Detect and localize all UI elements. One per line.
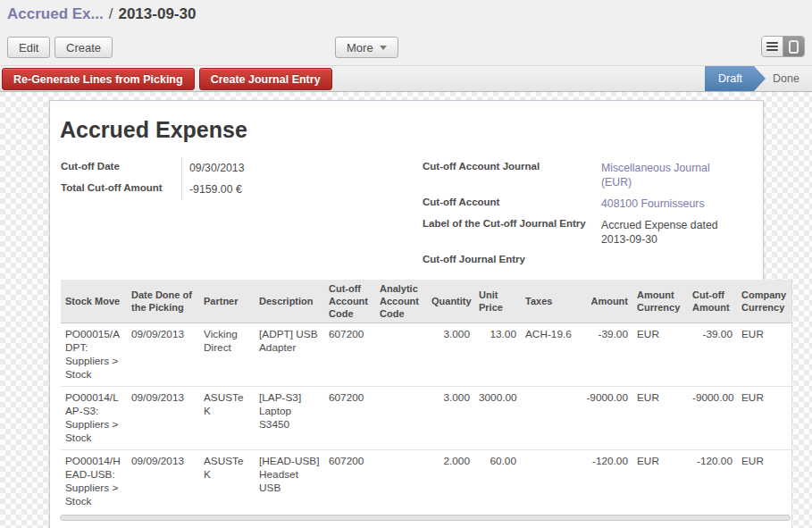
cell-quantity[interactable]: 3.000 [427,387,474,450]
more-button-label: More [347,41,373,54]
regenerate-lines-button[interactable]: Re-Generate Lines from Picking [2,68,195,90]
list-icon [766,40,778,53]
col-header-amount: Amount [576,280,632,323]
more-button[interactable]: More [335,37,398,58]
cell-description[interactable]: [LAP-S3] Laptop S3450 [255,387,324,450]
cell-description[interactable]: [HEAD-USB] Headset USB [255,450,324,514]
cell-cutoff-account-code[interactable]: 607200 [324,450,375,514]
cell-cutoff-amount[interactable]: -120.00 [688,450,737,514]
cell-description[interactable]: [ADPT] USB Adapter [255,323,324,387]
field-label-total-cutoff-amount: Total Cut-off Amount [61,179,181,200]
table-row[interactable]: PO00014/LAP-S3: Suppliers > Stock 09/09/… [61,387,791,450]
cell-date-done[interactable]: 09/09/2013 [127,323,199,387]
field-row: Label of the Cut-off Journal Entry Accru… [423,214,762,250]
col-header-partner: Partner [199,280,255,323]
field-group-right: Cut-off Account Journal Miscellaneous Jo… [423,157,762,271]
col-header-company-currency: Company Currency [737,280,791,323]
breadcrumb: Accrued Ex.../2013-09-30 [7,5,196,23]
table-header-row: Stock Move Date Done of the Picking Part… [61,280,791,323]
cell-taxes[interactable]: ACH-19.6 [521,323,576,387]
cell-partner[interactable]: Vicking Direct [199,323,255,387]
cell-analytic-account-code[interactable] [375,387,427,450]
cell-cutoff-account-code[interactable]: 607200 [324,387,375,450]
list-view-button[interactable] [762,37,783,56]
field-row: Cut-off Account 408100 Fournisseurs [423,193,762,214]
cell-unit-price[interactable]: 13.00 [474,323,521,387]
field-value-cutoff-account-journal[interactable]: Miscellaneous Journal (EUR) [601,157,735,193]
action-buttons: Re-Generate Lines from Picking Create Jo… [2,68,332,90]
field-value-total-cutoff-amount: -9159.00 € [181,179,369,200]
cell-quantity[interactable]: 2.000 [427,450,474,514]
statusbar: Draft Done [705,66,807,91]
field-row: Cut-off Date 09/30/2013 [61,157,369,179]
cell-cutoff-amount[interactable]: -39.00 [688,323,737,387]
col-header-amount-currency: Amount Currency [632,280,688,323]
cell-amount-currency[interactable]: EUR [632,323,688,387]
field-value-cutoff-date: 09/30/2013 [181,157,369,179]
page-title: Accrued Expense [60,117,247,143]
field-group-left: Cut-off Date 09/30/2013 Total Cut-off Am… [61,157,369,200]
field-row: Total Cut-off Amount -9159.00 € [61,179,369,200]
horizontal-scrollbar[interactable] [60,515,791,521]
create-journal-entry-button[interactable]: Create Journal Entry [199,68,332,90]
col-header-cutoff-amount: Cut-off Amount [688,280,737,323]
col-header-quantity: Quantity [427,280,474,323]
status-strip: Re-Generate Lines from Picking Create Jo… [0,65,812,92]
cell-taxes[interactable] [521,387,576,450]
chevron-down-icon [380,46,387,50]
status-done[interactable]: Done [766,66,807,91]
field-label-cutoff-account-journal: Cut-off Account Journal [423,157,601,193]
table-row[interactable]: PO00014/HEAD-USB: Suppliers > Stock 09/0… [61,450,791,514]
cell-analytic-account-code[interactable] [375,323,427,387]
app-window: Accrued Ex.../2013-09-30 Edit Create Mor… [0,0,812,528]
col-header-description: Description [255,280,324,323]
col-header-cutoff-account-code: Cut-off Account Code [324,280,375,323]
cell-unit-price[interactable]: 3000.00 [474,387,521,450]
col-header-analytic-account-code: Analytic Account Code [375,280,427,323]
field-label-cutoff-journal-entry: Cut-off Journal Entry [423,250,601,271]
cell-stock-move[interactable]: PO00014/LAP-S3: Suppliers > Stock [61,387,127,450]
view-switcher [761,36,805,57]
breadcrumb-current: 2013-09-30 [118,5,196,22]
edit-button[interactable]: Edit [7,37,50,58]
cell-company-currency[interactable]: EUR [737,323,791,387]
cell-amount-currency[interactable]: EUR [632,387,688,450]
cell-company-currency[interactable]: EUR [737,387,791,450]
field-row: Cut-off Journal Entry [423,250,762,271]
cell-amount[interactable]: -120.00 [576,450,632,514]
field-value-cutoff-journal-entry [601,250,735,271]
table-row[interactable]: PO00015/ADPT: Suppliers > Stock 09/09/20… [61,323,791,387]
cell-quantity[interactable]: 3.000 [427,323,474,387]
create-button[interactable]: Create [54,37,113,58]
cell-amount[interactable]: -39.00 [576,323,632,387]
field-label-cutoff-date: Cut-off Date [61,157,181,179]
status-draft[interactable]: Draft [705,66,766,91]
cell-amount-currency[interactable]: EUR [632,450,688,514]
field-label-journal-entry-label: Label of the Cut-off Journal Entry [423,214,601,250]
breadcrumb-parent-link[interactable]: Accrued Ex... [7,5,104,22]
col-header-taxes: Taxes [521,280,576,323]
cell-cutoff-account-code[interactable]: 607200 [324,323,375,387]
col-header-date-done: Date Done of the Picking [127,280,199,323]
field-label-cutoff-account: Cut-off Account [423,193,601,214]
cell-partner[interactable]: ASUSTeK [199,450,255,514]
form-icon [789,40,799,54]
cell-company-currency[interactable]: EUR [737,450,791,514]
cell-date-done[interactable]: 09/09/2013 [127,387,199,450]
cell-taxes[interactable] [521,450,576,514]
cell-unit-price[interactable]: 60.00 [474,450,521,514]
masthead: Accrued Ex.../2013-09-30 Edit Create Mor… [0,0,812,65]
cell-stock-move[interactable]: PO00015/ADPT: Suppliers > Stock [61,323,127,387]
cell-cutoff-amount[interactable]: -9000.00 [688,387,737,450]
cutoff-lines-table: Stock Move Date Done of the Picking Part… [61,280,792,528]
col-header-stock-move: Stock Move [61,280,127,323]
field-value-cutoff-account[interactable]: 408100 Fournisseurs [601,193,735,214]
cell-partner[interactable]: ASUSTeK [199,387,255,450]
cell-stock-move[interactable]: PO00014/HEAD-USB: Suppliers > Stock [61,450,127,514]
form-view-button[interactable] [783,37,804,56]
breadcrumb-separator: / [109,5,113,22]
cell-date-done[interactable]: 09/09/2013 [127,450,199,514]
cell-amount[interactable]: -9000.00 [576,387,632,450]
field-value-journal-entry-label: Accrued Expense dated 2013-09-30 [601,214,735,250]
cell-analytic-account-code[interactable] [375,450,427,514]
